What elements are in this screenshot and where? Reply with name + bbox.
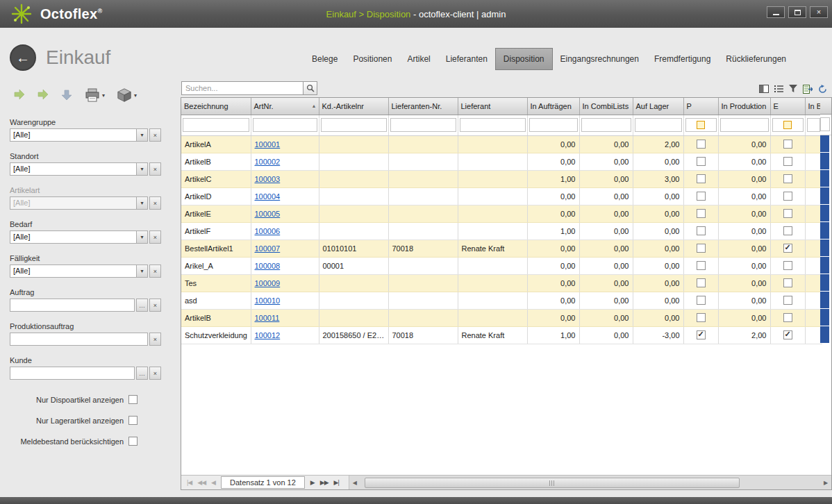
dispoartikel-checkbox[interactable]: [128, 395, 138, 404]
filter-input-lieferanten-nr[interactable]: [390, 118, 456, 132]
prev-record-button[interactable]: ◀: [208, 479, 218, 486]
scroll-right-button[interactable]: ▶: [820, 480, 831, 486]
kunde-input[interactable]: [10, 367, 135, 380]
scrollbar-thumb[interactable]: [365, 478, 740, 488]
column-header-artnr[interactable]: ArtNr.▲: [251, 98, 319, 115]
scrollbar-track[interactable]: [360, 478, 820, 488]
e-checkbox[interactable]: [783, 140, 792, 149]
tab-belege[interactable]: Belege: [304, 49, 345, 69]
table-row[interactable]: ArtikelA 100001 0,00 0,00 2,00 0,00: [181, 135, 822, 153]
warengruppe-select[interactable]: [Alle]: [10, 128, 137, 142]
table-row[interactable]: ArtikelD 100004 0,00 0,00 0,00 0,00: [181, 187, 822, 205]
column-header-in-b[interactable]: In B: [805, 98, 822, 115]
artnr-link[interactable]: 100001: [255, 140, 281, 149]
artnr-link[interactable]: 100011: [255, 314, 280, 322]
table-row[interactable]: Tes 100009 0,00 0,00 0,00 0,00: [181, 274, 822, 292]
p-checkbox[interactable]: [697, 174, 706, 183]
p-checkbox[interactable]: [697, 330, 706, 339]
column-header-in-auftraegen[interactable]: In Aufträgen: [527, 98, 579, 115]
import-button[interactable]: [57, 85, 76, 105]
e-checkbox[interactable]: [783, 226, 792, 235]
chevron-down-icon[interactable]: ▾: [137, 196, 148, 210]
search-button[interactable]: [303, 81, 317, 95]
bedarf-select[interactable]: [Alle]: [10, 230, 137, 244]
column-chooser-button[interactable]: [773, 83, 784, 94]
filter-input-bezeichnung[interactable]: [183, 118, 249, 132]
e-checkbox[interactable]: [783, 330, 792, 339]
table-row[interactable]: ArtikelB 100011 0,00 0,00 0,00 0,00: [181, 309, 822, 326]
filter-input-in-auftraegen[interactable]: [529, 118, 578, 132]
create-order-button[interactable]: [33, 85, 53, 105]
e-checkbox[interactable]: [783, 192, 792, 201]
clear-filter-button[interactable]: ×: [149, 128, 161, 142]
clear-filter-button[interactable]: ×: [149, 367, 161, 380]
search-input[interactable]: [181, 81, 303, 95]
clear-filter-button[interactable]: ×: [149, 230, 161, 244]
p-checkbox[interactable]: [697, 313, 706, 322]
lookup-button[interactable]: …: [136, 299, 148, 312]
p-checkbox[interactable]: [697, 278, 706, 287]
artnr-link[interactable]: 100003: [255, 175, 281, 183]
column-header-bezeichnung[interactable]: Bezeichnung: [181, 98, 251, 115]
e-checkbox[interactable]: [783, 278, 792, 287]
table-row[interactable]: BestellArtikel1 100007 01010101 70018 Re…: [181, 240, 822, 257]
order-proposal-button[interactable]: [10, 85, 29, 105]
column-header-e[interactable]: E: [770, 98, 805, 115]
clear-filter-button[interactable]: ×: [149, 196, 161, 210]
chevron-down-icon[interactable]: ▾: [137, 230, 148, 244]
maximize-button[interactable]: [788, 6, 806, 18]
package-button[interactable]: ▾: [113, 85, 140, 105]
p-checkbox[interactable]: [697, 244, 706, 253]
clear-filter-button[interactable]: ×: [149, 333, 161, 346]
panel-layout-button[interactable]: [758, 83, 769, 94]
standort-select[interactable]: [Alle]: [10, 162, 137, 176]
produktionsauftrag-input[interactable]: [10, 333, 148, 346]
p-checkbox[interactable]: [697, 192, 706, 201]
auftrag-input[interactable]: [10, 299, 135, 312]
horizontal-scrollbar[interactable]: ◀ ▶: [349, 476, 831, 489]
p-checkbox[interactable]: [697, 140, 706, 149]
p-checkbox[interactable]: [697, 226, 706, 235]
p-checkbox[interactable]: [697, 209, 706, 218]
back-button[interactable]: ←: [10, 44, 36, 71]
p-checkbox[interactable]: [697, 261, 706, 270]
table-row[interactable]: asd 100010 0,00 0,00 0,00 0,00: [181, 292, 822, 309]
clear-filter-button[interactable]: ×: [149, 264, 161, 278]
fast-prev-button[interactable]: ◀◀: [194, 479, 208, 486]
table-row[interactable]: ArtikelB 100002 0,00 0,00 0,00 0,00: [181, 153, 822, 170]
chevron-down-icon[interactable]: ▾: [137, 128, 148, 142]
faelligkeit-select[interactable]: [Alle]: [10, 264, 137, 278]
first-record-button[interactable]: |◀: [184, 479, 194, 486]
clear-filter-button[interactable]: ×: [149, 299, 161, 312]
e-checkbox[interactable]: [783, 313, 792, 322]
e-checkbox[interactable]: [783, 174, 792, 183]
scroll-left-button[interactable]: ◀: [349, 480, 360, 486]
filter-input-in-produktion[interactable]: [720, 118, 769, 132]
e-checkbox[interactable]: [783, 209, 792, 218]
filter-input-kd-artikelnr[interactable]: [321, 118, 387, 132]
e-checkbox[interactable]: [783, 261, 792, 270]
next-record-button[interactable]: ▶: [308, 479, 317, 486]
filter-input-auf-lager[interactable]: [635, 118, 682, 132]
print-button[interactable]: ▾: [81, 85, 108, 105]
lookup-button[interactable]: …: [136, 367, 148, 380]
close-button[interactable]: ×: [810, 6, 828, 18]
column-header-lieferant[interactable]: Lieferant: [458, 98, 527, 115]
meldebestand-checkbox[interactable]: [128, 437, 138, 446]
tab-lieferanten[interactable]: Lieferanten: [438, 49, 495, 69]
p-checkbox[interactable]: [697, 157, 706, 166]
filter-input-e[interactable]: [772, 118, 804, 132]
clear-filter-button[interactable]: ×: [149, 162, 161, 176]
tab-positionen[interactable]: Positionen: [345, 49, 399, 69]
column-header-auf-lager[interactable]: Auf Lager: [633, 98, 683, 115]
artnr-link[interactable]: 100009: [255, 279, 281, 287]
chevron-down-icon[interactable]: ▾: [137, 264, 148, 278]
last-record-button[interactable]: ▶|: [331, 479, 342, 486]
filter-input-p[interactable]: [685, 118, 717, 132]
tab-ruecklieferungen[interactable]: Rücklieferungen: [718, 49, 794, 69]
column-header-lieferanten-nr[interactable]: Lieferanten-Nr.: [388, 98, 458, 115]
table-row[interactable]: ArtikelF 100006 1,00 0,00 0,00 0,00: [181, 222, 822, 240]
artnr-link[interactable]: 100010: [255, 296, 281, 305]
filter-input-artnr[interactable]: [253, 118, 317, 132]
p-checkbox[interactable]: [697, 296, 706, 305]
